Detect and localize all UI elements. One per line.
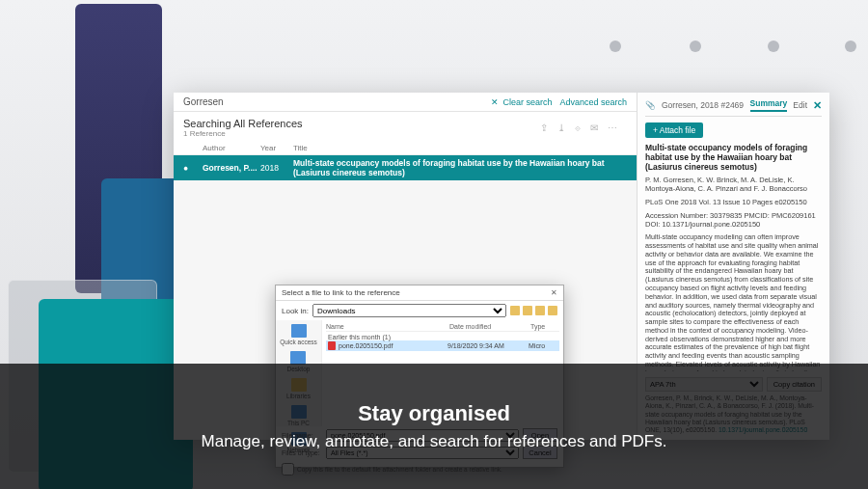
column-headers: Author Year Title [174,140,637,155]
reference-row[interactable]: ● Gorresen, P.... 2018 Multi-state occup… [174,155,637,180]
folder-icon[interactable] [510,306,520,315]
attach-file-button[interactable]: + Attach file [645,122,703,138]
overlay-heading: Stay organised [358,401,510,426]
lookin-label: Look in: [282,307,309,315]
close-icon: ✕ [491,97,499,107]
overlay-subtitle: Manage, review, annotate, and search for… [202,432,667,451]
tab-summary[interactable]: Summary [750,98,788,112]
reference-title: Multi-state occupancy models of foraging… [645,144,822,172]
advanced-search-link[interactable]: Advanced search [559,97,627,107]
lookin-select[interactable]: Downloads [312,304,506,317]
search-input[interactable] [183,96,483,107]
folder-icon[interactable] [535,306,545,315]
list-toolbar: ⇪ ⤓ ⟐ ✉ ⋯ [540,122,617,133]
folder-icon[interactable] [523,306,532,315]
filecol-type[interactable]: Type [530,323,559,330]
filecol-name[interactable]: Name [326,323,449,330]
row-year: 2018 [260,163,293,173]
share-icon[interactable]: ⇪ [540,122,548,133]
row-author: Gorresen, P.... [203,163,260,173]
filecol-date[interactable]: Date modified [449,323,530,330]
mail-icon[interactable]: ✉ [590,122,598,133]
file-group: Earlier this month (1) [326,332,559,340]
col-title[interactable]: Title [293,144,627,152]
clear-search-link[interactable]: ✕ Clear search [491,97,552,107]
col-year[interactable]: Year [260,144,293,152]
overlay-band: Stay organised Manage, review, annotate,… [0,364,868,489]
reference-id: Gorresen, 2018 #2469 [662,100,745,110]
place-quick[interactable]: Quick access [280,324,317,345]
dialog-close-icon[interactable]: ✕ [551,288,557,297]
file-item[interactable]: pone.0205150.pdf9/18/2020 9:34 AMMicro [326,340,559,351]
tab-edit[interactable]: Edit [793,100,807,110]
options-icon[interactable]: ⋯ [608,122,617,133]
folder-icon[interactable] [548,306,557,315]
export-icon[interactable]: ⤓ [557,122,565,133]
dialog-nav-icons [510,306,557,315]
col-author[interactable]: Author [203,144,260,152]
panel-close-icon[interactable]: ✕ [813,99,822,112]
row-title: Multi-state occupancy models of foraging… [293,158,627,177]
dialog-titlebar: Select a file to link to the reference ✕ [276,285,563,301]
search-bar: ✕ Clear search Advanced search [174,93,637,112]
attachment-icon: 📎 [645,100,656,110]
reference-authors: P. M. Gorresen, K. W. Brinck, M. A. DeLi… [645,176,822,193]
list-header: Searching All References 1 Reference ⇪ ⤓… [174,112,637,140]
reference-abstract: Multi-state occupancy modeling can often… [645,233,822,371]
reference-accession: Accession Number: 30379835 PMCID: PMC620… [645,211,822,229]
reference-publication: PLoS One 2018 Vol. 13 Issue 10 Pages e02… [645,198,822,206]
pdf-icon [328,341,336,350]
dialog-title: Select a file to link to the reference [282,288,400,297]
cite-icon[interactable]: ⟐ [575,122,581,133]
